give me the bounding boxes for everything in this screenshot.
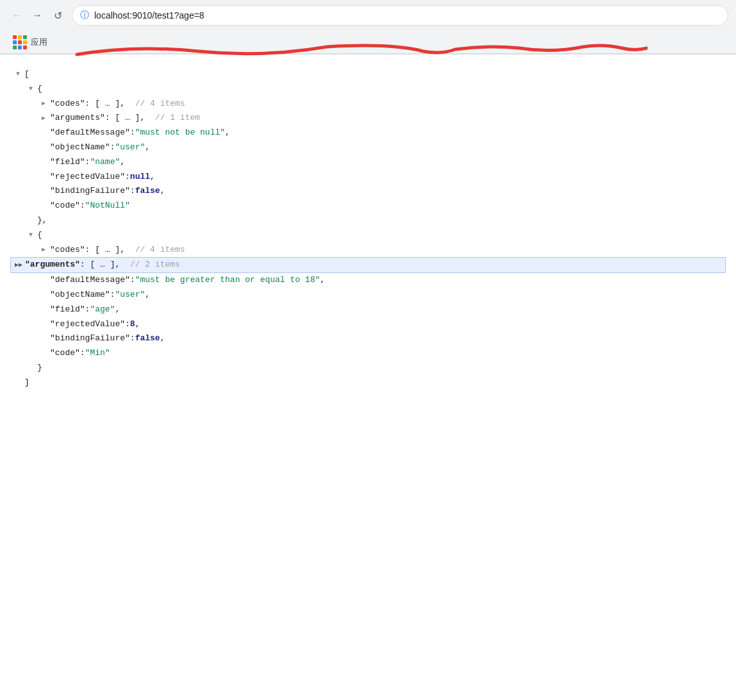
obj2-dm-key: "defaultMessage": <box>50 274 135 287</box>
obj2-codes-key: "codes": [ … ], <box>50 244 125 257</box>
obj2-arguments-comment: // 2 items <box>120 258 180 272</box>
obj1-rv-comma: , <box>150 171 155 184</box>
obj1-dm-val: "must not be null" <box>135 126 225 140</box>
obj2-defaultmessage-line: "defaultMessage": "must be greater than … <box>38 273 723 288</box>
obj1-codes-line[interactable]: "codes": [ … ], // 4 items <box>38 97 723 112</box>
obj2-arguments-rest: : [ … ], <box>80 258 120 272</box>
obj2-dm-val: "must be greater than or equal to 18" <box>135 274 321 287</box>
obj2-bf-key: "bindingFailure": <box>50 332 135 346</box>
apps-grid-icon <box>13 35 27 49</box>
obj2-rv-comma: , <box>135 318 140 331</box>
obj1-bf-comma: , <box>160 185 165 198</box>
obj1-close: }, <box>26 213 723 228</box>
obj2-code-line: "code": "Min" <box>38 346 723 361</box>
obj2-field-line: "field": "age" , <box>38 303 723 317</box>
json-viewer: [ { "codes": [ … ], // 4 items "argument… <box>0 54 736 403</box>
obj2-binding-line: "bindingFailure": false , <box>38 331 723 346</box>
obj2-f-key: "field": <box>50 303 90 317</box>
apps-icon[interactable]: 应用 <box>8 33 53 52</box>
url-text: localhost:9010/test1?age=8 <box>94 10 205 21</box>
info-icon: ⓘ <box>80 10 89 21</box>
obj2-on-comma: , <box>145 288 150 302</box>
obj1-f-val: "name" <box>90 156 120 169</box>
obj1-f-key: "field": <box>50 156 90 169</box>
obj1-c-val: "NotNull" <box>85 199 130 213</box>
obj1-toggle[interactable] <box>26 84 36 94</box>
root-close-bracket: ] <box>24 376 29 390</box>
obj2-rv-val: 8 <box>130 318 135 331</box>
obj1-bf-val: false <box>135 185 160 198</box>
obj1-dm-comma: , <box>225 126 230 140</box>
obj1-codes-comment: // 4 items <box>125 97 185 111</box>
obj2-open-brace: { <box>37 229 42 242</box>
root-array-close: ] <box>13 376 723 390</box>
obj1-open: { <box>26 82 723 97</box>
obj2-arguments-toggle[interactable]: ▶ <box>13 260 24 271</box>
obj1-field-line: "field": "name" , <box>38 155 723 170</box>
back-button[interactable]: ← <box>8 6 26 24</box>
obj2-on-key: "objectName": <box>50 288 115 302</box>
obj2-bf-comma: , <box>160 332 165 346</box>
obj2-close-brace: } <box>37 362 42 375</box>
obj1-open-brace: { <box>37 83 42 96</box>
apps-label: 应用 <box>31 37 47 48</box>
obj1-on-comma: , <box>145 141 150 154</box>
obj1-arguments-line[interactable]: "arguments": [ … ], // 1 item <box>38 111 723 126</box>
obj2-rejected-line: "rejectedValue": 8 , <box>38 317 723 332</box>
obj1-on-val: "user" <box>115 141 145 154</box>
obj2-f-comma: , <box>115 303 120 317</box>
root-array-open: [ <box>13 67 723 82</box>
obj2-c-val: "Min" <box>85 347 110 360</box>
obj1-bf-key: "bindingFailure": <box>50 185 135 198</box>
obj1-rv-val: null <box>130 171 150 184</box>
obj1-defaultmessage-line: "defaultMessage": "must not be null" , <box>38 126 723 140</box>
reload-button[interactable]: ↺ <box>49 6 67 24</box>
obj2-arguments-key: "arguments" <box>25 258 80 272</box>
obj2-open: { <box>26 228 723 243</box>
obj1-c-key: "code": <box>50 199 85 213</box>
obj2-c-key: "code": <box>50 347 85 360</box>
obj1-objectname-line: "objectName": "user" , <box>38 140 723 155</box>
bookmarks-bar: 应用 <box>0 31 736 54</box>
obj1-dm-key: "defaultMessage": <box>50 126 135 140</box>
address-bar[interactable]: ⓘ localhost:9010/test1?age=8 <box>72 5 728 26</box>
root-toggle[interactable] <box>13 69 23 79</box>
obj2-bf-val: false <box>135 332 160 346</box>
obj1-binding-line: "bindingFailure": false , <box>38 184 723 199</box>
obj1-arguments-comment: // 1 item <box>145 112 200 125</box>
obj2-arguments-line[interactable]: ▶ "arguments" : [ … ], // 2 items <box>10 257 726 273</box>
nav-buttons: ← → ↺ <box>8 6 67 24</box>
root-open-bracket: [ <box>24 68 29 81</box>
obj2-objectname-line: "objectName": "user" , <box>38 288 723 303</box>
obj1-on-key: "objectName": <box>50 141 115 154</box>
obj2-close: } <box>26 361 723 376</box>
obj1-arguments-key: "arguments": [ … ], <box>50 112 145 125</box>
browser-chrome: ← → ↺ ⓘ localhost:9010/test1?age=8 应用 <box>0 0 736 54</box>
obj2-dm-comma: , <box>320 274 325 287</box>
browser-toolbar: ← → ↺ ⓘ localhost:9010/test1?age=8 <box>0 0 736 31</box>
obj1-codes-toggle[interactable] <box>38 99 49 109</box>
obj1-f-comma: , <box>120 156 125 169</box>
obj2-on-val: "user" <box>115 288 145 302</box>
obj1-codes-key: "codes": [ … ], <box>50 97 125 111</box>
obj2-codes-comment: // 4 items <box>125 244 185 257</box>
red-annotation <box>71 42 648 54</box>
obj1-arguments-toggle[interactable] <box>38 113 49 124</box>
obj2-codes-toggle[interactable] <box>38 245 49 255</box>
obj2-rv-key: "rejectedValue": <box>50 318 130 331</box>
obj2-f-val: "age" <box>90 303 115 317</box>
obj1-rv-key: "rejectedValue": <box>50 171 130 184</box>
obj1-code-line: "code": "NotNull" <box>38 199 723 213</box>
forward-button[interactable]: → <box>28 6 46 24</box>
obj1-close-brace: }, <box>37 214 47 228</box>
obj1-rejected-line: "rejectedValue": null , <box>38 170 723 185</box>
obj2-codes-line[interactable]: "codes": [ … ], // 4 items <box>38 243 723 258</box>
obj2-toggle[interactable] <box>26 230 36 240</box>
